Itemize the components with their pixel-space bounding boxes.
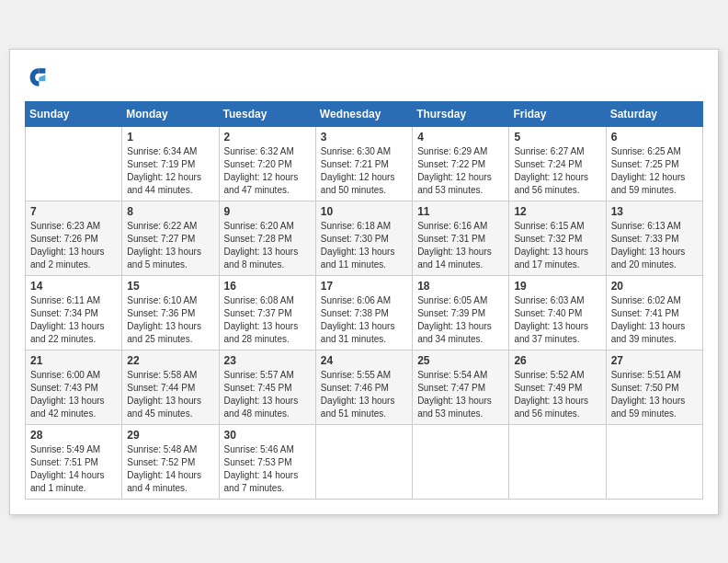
day-number: 27	[611, 354, 698, 367]
day-number: 6	[611, 131, 698, 144]
day-info: Sunrise: 6:08 AM Sunset: 7:37 PM Dayligh…	[224, 294, 311, 346]
day-info: Sunrise: 6:11 AM Sunset: 7:34 PM Dayligh…	[30, 294, 117, 346]
calendar-cell: 22Sunrise: 5:58 AM Sunset: 7:44 PM Dayli…	[122, 350, 219, 424]
calendar-cell: 14Sunrise: 6:11 AM Sunset: 7:34 PM Dayli…	[26, 275, 122, 350]
calendar-cell: 2Sunrise: 6:32 AM Sunset: 7:20 PM Daylig…	[219, 126, 315, 201]
day-number: 16	[224, 280, 311, 293]
day-number: 4	[417, 131, 504, 144]
calendar-cell: 9Sunrise: 6:20 AM Sunset: 7:28 PM Daylig…	[219, 201, 315, 275]
calendar-cell: 3Sunrise: 6:30 AM Sunset: 7:21 PM Daylig…	[315, 126, 412, 201]
calendar-week-3: 21Sunrise: 6:00 AM Sunset: 7:43 PM Dayli…	[26, 350, 703, 424]
day-info: Sunrise: 6:05 AM Sunset: 7:39 PM Dayligh…	[417, 294, 504, 346]
day-number: 25	[417, 354, 504, 367]
day-info: Sunrise: 6:32 AM Sunset: 7:20 PM Dayligh…	[224, 145, 311, 197]
calendar-cell: 13Sunrise: 6:13 AM Sunset: 7:33 PM Dayli…	[606, 201, 702, 275]
calendar-cell: 24Sunrise: 5:55 AM Sunset: 7:46 PM Dayli…	[315, 350, 412, 424]
day-number: 30	[224, 429, 311, 442]
day-number: 24	[321, 354, 407, 367]
calendar-cell: 12Sunrise: 6:15 AM Sunset: 7:32 PM Dayli…	[509, 201, 606, 275]
calendar-cell: 29Sunrise: 5:48 AM Sunset: 7:52 PM Dayli…	[122, 424, 219, 499]
calendar-header	[25, 64, 703, 90]
day-number: 19	[514, 280, 600, 293]
day-info: Sunrise: 5:52 AM Sunset: 7:49 PM Dayligh…	[514, 369, 600, 420]
day-number: 1	[127, 131, 213, 144]
day-number: 14	[30, 280, 117, 293]
calendar-cell: 10Sunrise: 6:18 AM Sunset: 7:30 PM Dayli…	[315, 201, 412, 275]
day-info: Sunrise: 5:48 AM Sunset: 7:52 PM Dayligh…	[127, 443, 213, 495]
calendar-cell: 8Sunrise: 6:22 AM Sunset: 7:27 PM Daylig…	[122, 201, 219, 275]
day-number: 13	[611, 205, 698, 218]
day-info: Sunrise: 6:06 AM Sunset: 7:38 PM Dayligh…	[321, 294, 407, 346]
day-info: Sunrise: 5:54 AM Sunset: 7:47 PM Dayligh…	[417, 369, 504, 420]
logo-icon	[25, 64, 51, 90]
calendar-cell: 4Sunrise: 6:29 AM Sunset: 7:22 PM Daylig…	[413, 126, 509, 201]
day-info: Sunrise: 6:22 AM Sunset: 7:27 PM Dayligh…	[127, 220, 213, 271]
calendar-container: SundayMondayTuesdayWednesdayThursdayFrid…	[9, 49, 719, 515]
calendar-cell: 25Sunrise: 5:54 AM Sunset: 7:47 PM Dayli…	[413, 350, 509, 424]
day-number: 8	[127, 205, 213, 218]
day-info: Sunrise: 5:57 AM Sunset: 7:45 PM Dayligh…	[224, 369, 311, 420]
calendar-cell: 19Sunrise: 6:03 AM Sunset: 7:40 PM Dayli…	[509, 275, 606, 350]
calendar-cell: 1Sunrise: 6:34 AM Sunset: 7:19 PM Daylig…	[122, 126, 219, 201]
day-number: 5	[514, 131, 600, 144]
calendar-cell	[413, 424, 509, 499]
weekday-header-monday: Monday	[122, 101, 219, 126]
day-info: Sunrise: 5:51 AM Sunset: 7:50 PM Dayligh…	[611, 369, 698, 420]
day-number: 29	[127, 429, 213, 442]
day-number: 11	[417, 205, 504, 218]
day-info: Sunrise: 6:18 AM Sunset: 7:30 PM Dayligh…	[321, 220, 407, 271]
day-info: Sunrise: 6:23 AM Sunset: 7:26 PM Dayligh…	[30, 220, 117, 271]
calendar-cell: 18Sunrise: 6:05 AM Sunset: 7:39 PM Dayli…	[413, 275, 509, 350]
day-info: Sunrise: 6:20 AM Sunset: 7:28 PM Dayligh…	[224, 220, 311, 271]
day-number: 20	[611, 280, 698, 293]
weekday-header-thursday: Thursday	[413, 101, 509, 126]
day-number: 18	[417, 280, 504, 293]
day-info: Sunrise: 6:30 AM Sunset: 7:21 PM Dayligh…	[321, 145, 407, 197]
calendar-cell	[606, 424, 702, 499]
calendar-cell: 7Sunrise: 6:23 AM Sunset: 7:26 PM Daylig…	[26, 201, 122, 275]
calendar-cell: 28Sunrise: 5:49 AM Sunset: 7:51 PM Dayli…	[26, 424, 122, 499]
calendar-cell	[315, 424, 412, 499]
weekday-header-sunday: Sunday	[26, 101, 122, 126]
calendar-cell: 5Sunrise: 6:27 AM Sunset: 7:24 PM Daylig…	[509, 126, 606, 201]
weekday-header-wednesday: Wednesday	[315, 101, 412, 126]
day-number: 26	[514, 354, 600, 367]
day-info: Sunrise: 6:10 AM Sunset: 7:36 PM Dayligh…	[127, 294, 213, 346]
calendar-cell: 17Sunrise: 6:06 AM Sunset: 7:38 PM Dayli…	[315, 275, 412, 350]
weekday-header-row: SundayMondayTuesdayWednesdayThursdayFrid…	[26, 101, 703, 126]
day-info: Sunrise: 6:34 AM Sunset: 7:19 PM Dayligh…	[127, 145, 213, 197]
calendar-cell: 21Sunrise: 6:00 AM Sunset: 7:43 PM Dayli…	[26, 350, 122, 424]
day-info: Sunrise: 6:27 AM Sunset: 7:24 PM Dayligh…	[514, 145, 600, 197]
day-info: Sunrise: 6:03 AM Sunset: 7:40 PM Dayligh…	[514, 294, 600, 346]
day-number: 7	[30, 205, 117, 218]
calendar-cell: 11Sunrise: 6:16 AM Sunset: 7:31 PM Dayli…	[413, 201, 509, 275]
day-info: Sunrise: 5:55 AM Sunset: 7:46 PM Dayligh…	[321, 369, 407, 420]
calendar-week-1: 7Sunrise: 6:23 AM Sunset: 7:26 PM Daylig…	[26, 201, 703, 275]
day-number: 10	[321, 205, 407, 218]
day-info: Sunrise: 5:49 AM Sunset: 7:51 PM Dayligh…	[30, 443, 117, 495]
weekday-header-friday: Friday	[509, 101, 606, 126]
calendar-cell: 30Sunrise: 5:46 AM Sunset: 7:53 PM Dayli…	[219, 424, 315, 499]
calendar-grid: SundayMondayTuesdayWednesdayThursdayFrid…	[25, 101, 703, 500]
day-number: 21	[30, 354, 117, 367]
day-number: 23	[224, 354, 311, 367]
day-info: Sunrise: 6:00 AM Sunset: 7:43 PM Dayligh…	[30, 369, 117, 420]
day-info: Sunrise: 6:29 AM Sunset: 7:22 PM Dayligh…	[417, 145, 504, 197]
day-info: Sunrise: 6:15 AM Sunset: 7:32 PM Dayligh…	[514, 220, 600, 271]
calendar-week-2: 14Sunrise: 6:11 AM Sunset: 7:34 PM Dayli…	[26, 275, 703, 350]
day-info: Sunrise: 6:02 AM Sunset: 7:41 PM Dayligh…	[611, 294, 698, 346]
weekday-header-saturday: Saturday	[606, 101, 702, 126]
calendar-cell: 6Sunrise: 6:25 AM Sunset: 7:25 PM Daylig…	[606, 126, 702, 201]
day-info: Sunrise: 6:16 AM Sunset: 7:31 PM Dayligh…	[417, 220, 504, 271]
day-number: 22	[127, 354, 213, 367]
calendar-week-0: 1Sunrise: 6:34 AM Sunset: 7:19 PM Daylig…	[26, 126, 703, 201]
day-info: Sunrise: 6:25 AM Sunset: 7:25 PM Dayligh…	[611, 145, 698, 197]
day-number: 2	[224, 131, 311, 144]
calendar-cell: 20Sunrise: 6:02 AM Sunset: 7:41 PM Dayli…	[606, 275, 702, 350]
day-info: Sunrise: 6:13 AM Sunset: 7:33 PM Dayligh…	[611, 220, 698, 271]
calendar-week-4: 28Sunrise: 5:49 AM Sunset: 7:51 PM Dayli…	[26, 424, 703, 499]
day-number: 28	[30, 429, 117, 442]
day-number: 9	[224, 205, 311, 218]
day-number: 3	[321, 131, 407, 144]
day-info: Sunrise: 5:58 AM Sunset: 7:44 PM Dayligh…	[127, 369, 213, 420]
